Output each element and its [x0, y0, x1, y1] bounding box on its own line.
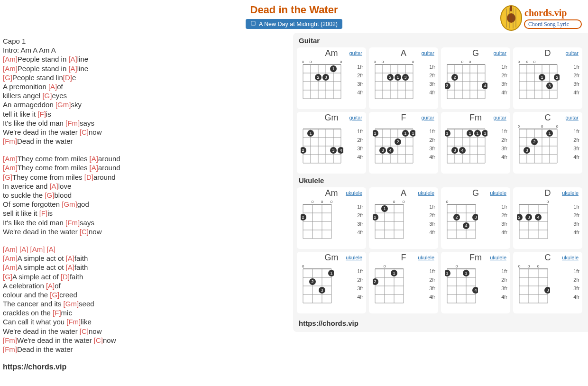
chord-tag[interactable]: [G]	[45, 191, 54, 199]
chord-type-link[interactable]: ukulele	[418, 190, 434, 196]
chord-tag[interactable]: [Fm]	[3, 345, 17, 353]
chord-tag[interactable]: [Am]	[3, 64, 18, 73]
chord-card-gm[interactable]: Gmukuleleo1231fr2fr3fr4fr	[297, 252, 366, 313]
chord-tag[interactable]: [A]	[46, 282, 55, 290]
site-logo[interactable]: chords.vip Chord Song Lyric	[498, 4, 584, 32]
chord-type-link[interactable]: ukulele	[490, 190, 506, 196]
chord-tag[interactable]: [G]	[3, 273, 12, 281]
lyric-line: crackles on the [F]mic	[3, 308, 288, 317]
chord-tag[interactable]: [D]	[61, 273, 70, 281]
chord-card-fm[interactable]: Fmguitar1111341fr2fr3fr4fr	[441, 112, 510, 174]
chord-type-link[interactable]: guitar	[565, 50, 579, 56]
chord-tag[interactable]: [C]	[80, 327, 89, 335]
chord-type-link[interactable]: guitar	[421, 50, 434, 56]
svg-text:4: 4	[465, 223, 467, 228]
chord-tag[interactable]: [A]	[90, 164, 98, 172]
chord-diagram: o234	[517, 200, 550, 242]
chord-tag[interactable]: [F]	[37, 110, 46, 118]
chord-tag[interactable]: [Fm]	[3, 336, 17, 344]
chord-tag[interactable]: [A]	[68, 55, 77, 63]
chord-tag[interactable]: [F]	[53, 309, 61, 317]
svg-text:3: 3	[527, 215, 530, 220]
svg-text:2: 2	[302, 148, 304, 153]
chord-tag[interactable]: [A]	[49, 182, 58, 190]
chord-tag[interactable]: [Gm]	[62, 200, 77, 208]
chord-card-fm[interactable]: Fmukuleleo1141fr2fr3fr4fr	[441, 252, 510, 313]
chord-card-d[interactable]: Dguitarxxo1231fr2fr3fr4fr	[513, 47, 582, 109]
chord-tag[interactable]: [C]	[94, 336, 103, 344]
chord-card-am[interactable]: Amukuleleooo21fr2fr3fr4fr	[297, 187, 366, 249]
chord-card-d[interactable]: Dukuleleo2341fr2fr3fr4fr	[513, 187, 582, 249]
chord-tag[interactable]: [C]	[80, 228, 89, 236]
chord-type-link[interactable]: ukulele	[490, 255, 506, 260]
chord-tag[interactable]: [A]	[66, 254, 74, 262]
chord-tag[interactable]: [Am]	[3, 263, 18, 271]
chord-card-g[interactable]: Gukuleleo2341fr2fr3fr4fr	[441, 187, 510, 249]
lyric-line: [Am]People stand in [A]line	[3, 64, 288, 73]
svg-text:3: 3	[546, 288, 549, 293]
chord-tag[interactable]: [Fm]	[66, 318, 81, 326]
chord-card-c[interactable]: Cguitarxoo1231fr2fr3fr4fr	[513, 112, 582, 174]
svg-text:2: 2	[556, 75, 558, 80]
chord-tag[interactable]: [Fm]	[65, 219, 80, 227]
chord-card-f[interactable]: Fguitar1112341fr2fr3fr4fr	[369, 112, 438, 174]
fret-labels: 1fr2fr3fr4fr	[573, 127, 579, 161]
lyric-line: [Am]They come from miles [A]around	[3, 163, 288, 172]
chord-card-c[interactable]: Cukuleleooo31fr2fr3fr4fr	[513, 252, 582, 313]
svg-text:4: 4	[389, 148, 391, 153]
svg-text:1: 1	[404, 131, 406, 136]
chord-tag[interactable]: [Am] [A] [Am] [A]	[3, 245, 55, 253]
chord-tag[interactable]: [D]	[84, 173, 93, 181]
chord-card-a[interactable]: Aguitarxoo3121fr2fr3fr4fr	[369, 47, 438, 109]
chord-type-link[interactable]: ukulele	[346, 255, 362, 260]
chord-tag[interactable]: [A]	[90, 155, 98, 163]
chord-card-f[interactable]: Fukuleleo121fr2fr3fr4fr	[369, 252, 438, 313]
chord-card-g[interactable]: Gguitaroo2341fr2fr3fr4fr	[441, 47, 510, 109]
chord-tag[interactable]: [Am]	[3, 55, 18, 63]
svg-text:1: 1	[446, 271, 448, 276]
chord-tag[interactable]: [Am]	[3, 164, 18, 172]
lyric-line: [Am]People stand in [A]line	[3, 55, 288, 64]
chord-type-link[interactable]: guitar	[421, 115, 434, 120]
chord-tag[interactable]: [A]	[68, 64, 77, 73]
chord-tag[interactable]: [Am]	[3, 254, 18, 262]
svg-text:o: o	[330, 200, 332, 204]
svg-text:o: o	[461, 60, 463, 64]
svg-text:3: 3	[321, 288, 323, 293]
chord-type-link[interactable]: guitar	[349, 50, 362, 56]
chord-type-link[interactable]: guitar	[493, 50, 506, 56]
chord-card-am[interactable]: Amguitarxoo1321fr2fr3fr4fr	[297, 47, 366, 109]
svg-text:4: 4	[461, 148, 463, 153]
chord-type-link[interactable]: ukulele	[562, 190, 579, 196]
chord-type-link[interactable]: guitar	[493, 115, 506, 120]
album-badge[interactable]: A New Day at Midnight (2002)	[246, 19, 342, 29]
chord-tag[interactable]: [F]	[39, 209, 48, 217]
chord-card-a[interactable]: Aukuleleoo121fr2fr3fr4fr	[369, 187, 438, 249]
intro-line: Intro: Am A Am A	[3, 46, 288, 55]
chord-tag[interactable]: [Gm]	[64, 300, 79, 308]
lyric-line: [Fm]Dead in the water	[3, 137, 288, 146]
chord-tag[interactable]: [G]	[42, 92, 52, 100]
chord-tag[interactable]: [C]	[80, 128, 89, 136]
chord-diagram: oo234	[445, 60, 487, 102]
ukulele-chord-grid: Amukuleleooo21fr2fr3fr4frAukuleleoo121fr…	[293, 187, 588, 316]
chord-tag[interactable]: [Fm]	[3, 137, 17, 145]
chord-tag[interactable]: [Gm]	[55, 101, 71, 109]
chord-type-link[interactable]: ukulele	[346, 190, 362, 196]
chord-tag[interactable]: [G]	[3, 74, 12, 82]
chord-tag[interactable]: [G]	[3, 173, 12, 181]
chord-type-link[interactable]: guitar	[565, 115, 579, 120]
chord-tag[interactable]: [Am]	[3, 155, 18, 163]
chord-type-link[interactable]: ukulele	[562, 255, 579, 260]
chord-tag[interactable]: [G]	[50, 291, 59, 299]
chord-tag[interactable]: [Fm]	[65, 119, 80, 127]
chord-card-gm[interactable]: Gmguitar12341fr2fr3fr4fr	[297, 112, 366, 174]
svg-text:2: 2	[396, 139, 399, 144]
chord-tag[interactable]: [A]	[66, 263, 74, 271]
chord-tag[interactable]: [D]	[63, 74, 72, 82]
chord-type-link[interactable]: ukulele	[418, 255, 434, 260]
chord-type-link[interactable]: guitar	[349, 115, 362, 120]
lyrics-column: Capo 1 Intro: Am A Am A [Am]People stand…	[0, 33, 293, 382]
chord-tag[interactable]: [A]	[48, 83, 57, 91]
fret-labels: 1fr2fr3fr4fr	[357, 63, 363, 97]
